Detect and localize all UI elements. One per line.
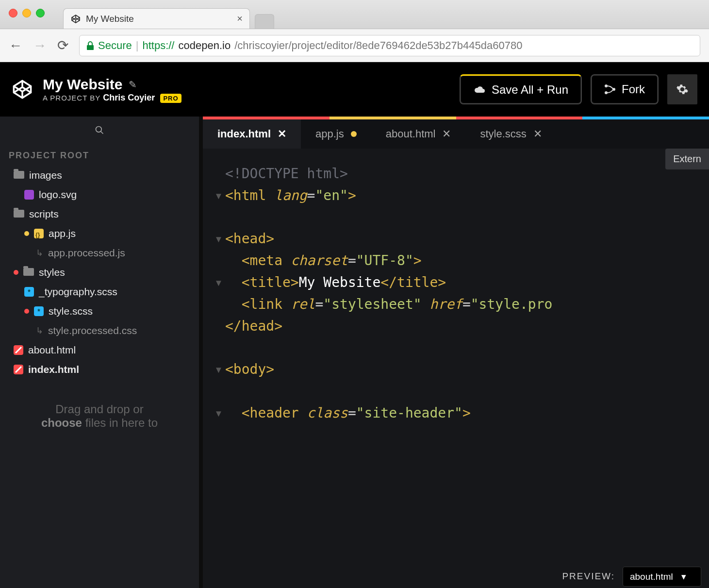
- browser-tab-strip: My Website ×: [0, 0, 709, 29]
- preview-value: about.html: [630, 571, 673, 582]
- folder-styles[interactable]: styles: [0, 263, 199, 282]
- dropzone-line1: Drag and drop or: [12, 403, 187, 416]
- edit-title-icon[interactable]: ✎: [129, 79, 137, 90]
- code-line: </head>: [225, 318, 282, 334]
- cloud-icon: [473, 85, 486, 95]
- editor-tab-about-html[interactable]: about.html✕: [371, 119, 466, 149]
- dropzone[interactable]: Drag and drop or choose files in here to: [12, 403, 187, 430]
- svg-point-3: [96, 127, 102, 133]
- editor-tab-style-scss[interactable]: style.scss✕: [465, 119, 556, 149]
- browser-tab-title: My Website: [86, 14, 232, 24]
- tab-close-icon[interactable]: ✕: [278, 128, 286, 140]
- file-app-processed-js[interactable]: ↳app.processed.js: [0, 243, 199, 263]
- file-label: scripts: [29, 208, 59, 220]
- code-line: <head>: [225, 231, 274, 247]
- window-close-button[interactable]: [9, 9, 17, 17]
- fold-gutter-icon[interactable]: ▾: [214, 185, 225, 207]
- file-tree: imageslogo.svgscriptsapp.js↳app.processe…: [0, 166, 199, 379]
- file-index-html[interactable]: index.html: [0, 360, 199, 379]
- forward-button[interactable]: →: [33, 38, 47, 53]
- tab-close-icon[interactable]: ×: [237, 13, 243, 24]
- window-maximize-button[interactable]: [36, 9, 45, 17]
- tab-close-icon[interactable]: ✕: [533, 128, 542, 140]
- save-run-label: Save All + Run: [492, 83, 568, 97]
- code-line: <link rel="stylesheet" href="style.pro: [225, 296, 552, 312]
- file-label: about.html: [28, 344, 76, 356]
- preview-label: PREVIEW:: [562, 571, 615, 582]
- child-arrow-icon: ↳: [36, 248, 43, 258]
- file-label: images: [29, 169, 62, 181]
- pro-badge: PRO: [160, 94, 181, 103]
- gear-icon: [676, 83, 689, 96]
- scss-file-icon: *: [24, 287, 34, 297]
- dropdown-caret-icon: ▾: [681, 571, 686, 582]
- dirty-dot-icon: [24, 309, 29, 314]
- file-label: app.processed.js: [48, 247, 125, 259]
- fold-gutter-icon[interactable]: ▾: [214, 228, 225, 250]
- file-label: styles: [39, 267, 65, 278]
- child-arrow-icon: ↳: [36, 325, 43, 336]
- fold-gutter-icon[interactable]: ▾: [214, 272, 225, 294]
- editor-tab-app-js[interactable]: app.js: [301, 119, 371, 149]
- file-about-html[interactable]: about.html: [0, 340, 199, 360]
- project-author[interactable]: Chris Coyier: [103, 93, 155, 102]
- file-app-js[interactable]: app.js: [0, 224, 199, 243]
- code-line: <header class="site-header">: [225, 405, 471, 421]
- tab-label: app.js: [315, 128, 344, 140]
- svg-file-icon: [24, 190, 34, 200]
- dropzone-choose: choose: [41, 416, 82, 429]
- js-file-icon: [34, 229, 44, 238]
- external-resources-button[interactable]: Extern: [665, 149, 709, 169]
- sidebar-search-button[interactable]: [0, 117, 199, 144]
- new-tab-button[interactable]: [255, 14, 274, 29]
- dirty-dot-icon: [24, 231, 29, 236]
- tab-close-icon[interactable]: ✕: [442, 128, 451, 140]
- fold-gutter-icon[interactable]: ▾: [214, 403, 225, 424]
- url-host: codepen.io: [178, 39, 231, 52]
- tab-label: index.html: [217, 128, 271, 140]
- main-area: PROJECT ROOT imageslogo.svgscriptsapp.js…: [0, 117, 709, 588]
- secure-label: Secure: [98, 39, 132, 52]
- reload-button[interactable]: ⟳: [57, 37, 68, 53]
- codepen-favicon-icon: [70, 14, 81, 24]
- file-label: _typography.scss: [39, 286, 117, 298]
- file-explorer: PROJECT ROOT imageslogo.svgscriptsapp.js…: [0, 117, 199, 588]
- file-label: index.html: [28, 364, 79, 375]
- dirty-dot-icon: [14, 270, 18, 275]
- file-style-processed-css[interactable]: ↳style.processed.css: [0, 321, 199, 340]
- preview-select[interactable]: about.html ▾: [623, 567, 701, 587]
- save-run-button[interactable]: Save All + Run: [460, 74, 582, 104]
- code-area[interactable]: <!DOCTYPE html>▾<html lang="en">▾<head> …: [203, 149, 709, 588]
- editor-tab-index-html[interactable]: index.html✕: [203, 119, 301, 149]
- folder-images[interactable]: images: [0, 166, 199, 185]
- file-logo-svg[interactable]: logo.svg: [0, 185, 199, 204]
- folder-icon: [14, 208, 24, 220]
- settings-button[interactable]: [667, 74, 697, 104]
- fork-icon: [604, 84, 616, 95]
- window-controls: [9, 9, 45, 17]
- project-title: My Website: [43, 76, 123, 93]
- folder-icon: [14, 169, 24, 181]
- browser-tab[interactable]: My Website ×: [63, 8, 250, 29]
- file-style-scss[interactable]: *style.scss: [0, 302, 199, 321]
- back-button[interactable]: ←: [9, 38, 22, 53]
- codepen-logo-icon[interactable]: [12, 79, 33, 100]
- code-line: <body>: [225, 361, 274, 377]
- folder-scripts[interactable]: scripts: [0, 204, 199, 224]
- fork-button[interactable]: Fork: [591, 74, 659, 104]
- window-minimize-button[interactable]: [22, 9, 31, 17]
- svg-line-4: [101, 132, 103, 134]
- html-file-icon: [14, 365, 23, 374]
- file-label: style.scss: [49, 305, 93, 317]
- address-bar[interactable]: Secure | https://codepen.io/chriscoyier/…: [79, 35, 700, 56]
- app-header: My Website ✎ A PROJECT BY Chris Coyier P…: [0, 62, 709, 117]
- url-path: /chriscoyier/project/editor/8ede769462de…: [234, 39, 522, 52]
- file-label: logo.svg: [39, 189, 77, 201]
- fold-gutter-icon[interactable]: ▾: [214, 359, 225, 381]
- dropzone-line2-rest: files in here to: [82, 416, 158, 429]
- search-icon: [95, 125, 104, 135]
- file-label: style.processed.css: [48, 325, 137, 336]
- file-_typography-scss[interactable]: *_typography.scss: [0, 282, 199, 302]
- code-line: <!DOCTYPE html>: [225, 166, 348, 182]
- lock-icon: [86, 41, 94, 50]
